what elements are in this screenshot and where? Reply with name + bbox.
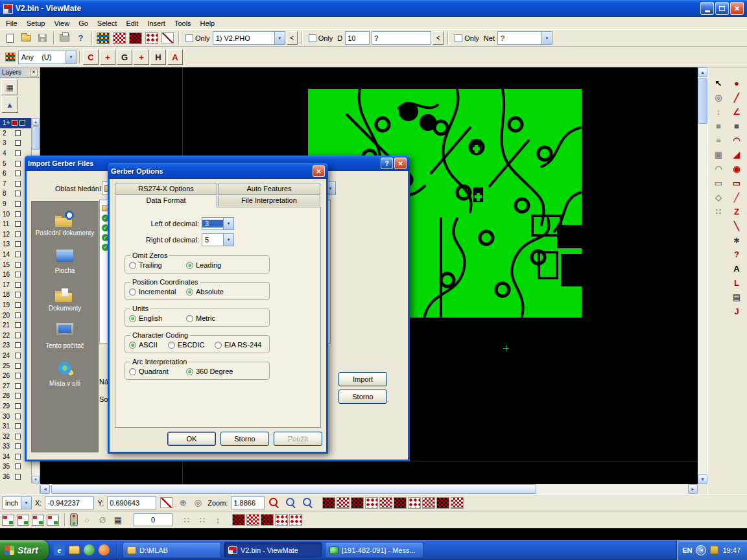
taskbar-task-button[interactable]: [191-482-091] - Mess... (325, 542, 423, 558)
radio-leading[interactable]: Leading (186, 261, 221, 269)
film-box-icon[interactable]: ▤ (729, 290, 744, 303)
layer-visibility-box[interactable] (15, 403, 21, 409)
layer-combo[interactable]: 1) V2.PHO ▼ (213, 31, 285, 45)
scroll-left-icon[interactable]: ◄ (40, 484, 50, 494)
fill-pattern-icon[interactable] (289, 514, 302, 526)
taskbar-task-button[interactable]: D:\MLAB (123, 542, 221, 558)
layer-row[interactable]: 35 (0, 461, 32, 472)
layers-close-icon[interactable]: × (30, 69, 38, 76)
minimize-button[interactable] (700, 2, 714, 15)
step-repeat-icon[interactable]: ∷ (711, 205, 726, 218)
dcode-pattern-icon[interactable] (451, 497, 464, 509)
left-of-decimal-arrow[interactable]: ▼ (223, 218, 233, 229)
layer-visibility-box[interactable] (15, 292, 21, 298)
dcode-pattern-icon[interactable] (379, 497, 392, 509)
swap-updown-icon[interactable]: ↕ (711, 105, 726, 118)
layer-up-button[interactable]: ▲ (1, 97, 18, 113)
close-button[interactable]: ✕ (730, 2, 744, 15)
radio-english[interactable]: English (129, 314, 186, 322)
taskbar-task-button[interactable]: V2.bin - ViewMate (224, 542, 322, 558)
place-item[interactable]: Plocha (34, 247, 96, 275)
layer-visibility-box[interactable] (15, 443, 21, 449)
ok-button[interactable]: OK (167, 432, 216, 446)
dot-grid-icon[interactable]: ∷ (180, 513, 193, 526)
layers-scroll-down-icon[interactable]: ▼ (32, 476, 40, 484)
grid-table-icon[interactable]: ▦ (112, 513, 124, 526)
mirror-shape-icon[interactable]: ▣ (711, 148, 726, 161)
place-item[interactable]: Dokumenty (34, 285, 96, 312)
layer-visibility-box[interactable] (15, 373, 21, 379)
prev-layer-button[interactable]: < (287, 31, 298, 45)
internet-explorer-icon[interactable]: e (54, 544, 65, 555)
traffic-light-icon[interactable] (70, 513, 78, 526)
layer-visibility-box[interactable] (15, 332, 21, 338)
tab-auto-features[interactable]: Auto Features (218, 183, 320, 194)
draw-wedge-icon[interactable]: ◢ (729, 148, 744, 161)
layer-color-chip2[interactable] (19, 120, 25, 126)
layer-combo-arrow[interactable]: ▼ (274, 32, 285, 44)
arc-segment-icon[interactable]: ◠ (711, 162, 726, 175)
layer-visibility-box[interactable] (15, 191, 21, 196)
layer-visibility-box[interactable] (15, 241, 21, 247)
layer-visibility-box[interactable] (15, 221, 21, 227)
pan-circles-icon[interactable]: ◎ (711, 91, 726, 104)
menu-item[interactable]: Tools (170, 18, 196, 29)
edit-segment-icon[interactable]: ╲ (729, 219, 744, 232)
radio-absolute[interactable]: Absolute (186, 288, 224, 296)
dcode-pattern-icon[interactable] (365, 497, 378, 509)
place-item[interactable]: Tento počítač (34, 322, 96, 350)
step-arrows-icon[interactable]: ↕ (211, 513, 224, 526)
start-button[interactable]: Start (0, 540, 49, 560)
layer-colors-icon[interactable] (95, 30, 110, 45)
dcode-pattern-icon[interactable] (422, 497, 435, 509)
layer-visibility-box[interactable] (15, 272, 21, 277)
menu-item[interactable]: Edit (121, 18, 143, 29)
draw-line-icon[interactable]: ╱ (729, 91, 744, 104)
layer-visibility-box[interactable] (15, 383, 21, 389)
layer-visibility-box[interactable] (15, 454, 21, 460)
only-net-checkbox[interactable] (455, 34, 462, 42)
layer-visibility-box[interactable] (15, 312, 21, 318)
fill-pattern-icon[interactable] (246, 514, 259, 526)
origin-target-icon[interactable]: ⊕ (176, 496, 189, 509)
pointer-select-icon[interactable]: ↖ (711, 76, 726, 89)
draw-circle-icon[interactable]: ◉ (729, 162, 744, 175)
draw-corner-icon[interactable]: ∠ (729, 105, 744, 118)
highlight-h-icon[interactable]: H (150, 49, 166, 65)
layer-visibility-box[interactable] (15, 463, 21, 469)
menu-item[interactable]: Go (74, 18, 93, 29)
scroll-down-icon[interactable]: ▼ (698, 474, 707, 484)
dcode-pattern-icon[interactable] (322, 497, 335, 509)
radio-incremental[interactable]: Incremental (129, 288, 186, 296)
zoom-window-icon[interactable] (302, 496, 314, 509)
polygon-icon[interactable]: ◇ (711, 191, 726, 204)
grid-value-field[interactable]: 0 (134, 513, 172, 526)
layer-visibility-box[interactable] (15, 342, 21, 348)
fill-pattern-icon[interactable] (232, 514, 245, 526)
layer-visibility-box[interactable] (15, 130, 21, 136)
menu-item[interactable]: Setup (22, 18, 50, 29)
length-tool-icon[interactable]: L (729, 276, 744, 289)
layer-visibility-box[interactable] (15, 150, 21, 156)
units-combo-arrow[interactable]: ▼ (21, 497, 31, 509)
dcode-pattern-icon[interactable] (394, 497, 407, 509)
radio-ascii[interactable]: ASCII (129, 341, 168, 349)
place-item[interactable]: Místa v síti (34, 360, 96, 388)
gerber-dialog-titlebar[interactable]: Gerber Options ✕ (108, 163, 328, 179)
layers-panel-header[interactable]: Layers × (0, 67, 40, 78)
canvas-horizontal-scrollbar[interactable]: ◄ ► (40, 484, 698, 494)
new-file-icon[interactable] (3, 30, 18, 45)
apply-button[interactable]: Použít (274, 432, 322, 446)
scroll-up-icon[interactable]: ▲ (698, 67, 707, 77)
menu-item[interactable]: File (1, 18, 22, 29)
import-cancel-button[interactable]: Storno (338, 390, 387, 404)
layer-row[interactable]: 3 (0, 138, 32, 148)
net-combo[interactable]: ? ▼ (497, 31, 552, 45)
layer-visibility-box[interactable] (15, 251, 21, 257)
layer-color-chip[interactable] (12, 120, 18, 126)
diameter-aperture-icon[interactable]: Ø (96, 513, 109, 526)
dcode-pattern-icon[interactable] (337, 497, 350, 509)
layer-stack-icon[interactable] (2, 515, 14, 526)
layer-table-button[interactable]: ▦ (1, 79, 18, 95)
fill-pattern-icon[interactable] (275, 514, 288, 526)
